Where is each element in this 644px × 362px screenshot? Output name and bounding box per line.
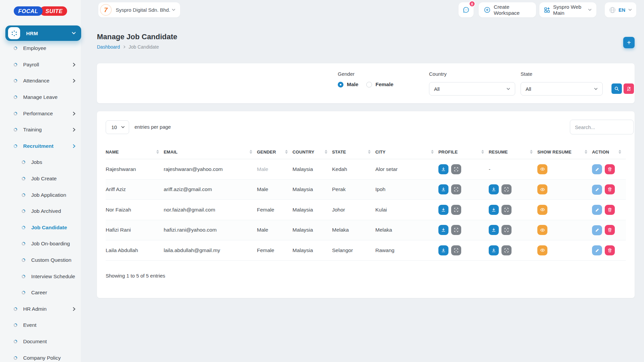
workspace-switcher[interactable]: Syspro Web Main [539, 2, 596, 17]
profile-preview-button[interactable] [451, 225, 461, 235]
sidebar-item-label: HR Admin [23, 306, 47, 312]
resume-empty: - [489, 166, 537, 172]
resume-download-button[interactable] [489, 245, 499, 255]
profile-download-button[interactable] [438, 184, 448, 194]
sidebar-item-employee[interactable]: Employee [0, 40, 81, 57]
profile-preview-button[interactable] [451, 245, 461, 255]
sidebar-item-job-archived[interactable]: Job Archived [0, 203, 81, 220]
page-size-select[interactable]: 10 [106, 120, 129, 134]
sort-icon[interactable] [431, 150, 434, 154]
delete-button[interactable] [605, 205, 615, 215]
sidebar-item-document[interactable]: Document [0, 334, 81, 350]
sidebar-item-payroll[interactable]: Payroll [0, 57, 81, 73]
sidebar-item-company-policy[interactable]: Company Policy [0, 350, 81, 362]
delete-button[interactable] [605, 184, 615, 194]
edit-button[interactable] [592, 245, 602, 255]
sort-icon[interactable] [325, 150, 327, 154]
candidate-name: Laila Abdullah [106, 247, 164, 253]
resume-download-button[interactable] [489, 184, 499, 194]
logo-focal: FOCAL [14, 6, 42, 16]
candidate-email: nor.faizah@gmail.com [164, 207, 257, 213]
state-select-value: All [526, 86, 531, 92]
table-row: Nor Faizah nor.faizah@gmail.com Female M… [106, 200, 626, 220]
delete-button[interactable] [605, 225, 615, 235]
sort-icon[interactable] [250, 150, 252, 154]
resume-preview-button[interactable] [501, 225, 512, 235]
show-resume-button[interactable] [537, 205, 547, 215]
show-resume-button[interactable] [537, 184, 547, 194]
sidebar-item-career[interactable]: Career [0, 285, 81, 301]
radio-female[interactable] [366, 82, 372, 87]
company-selector[interactable]: 7 Syspro Digital Sdn. Bhd. [98, 2, 180, 17]
candidate-email: laila.abdullah@gmail.my [164, 247, 257, 253]
show-resume-button[interactable] [537, 164, 547, 174]
delete-button[interactable] [605, 164, 615, 174]
sidebar-item-performance[interactable]: Performance [0, 105, 81, 122]
sort-icon[interactable] [530, 150, 533, 154]
sidebar-item-label: Job Create [31, 176, 57, 182]
edit-button[interactable] [592, 164, 602, 174]
table-search-input[interactable] [570, 120, 634, 134]
sidebar-item-interview-schedule[interactable]: Interview Schedule [0, 268, 81, 285]
sort-icon[interactable] [619, 150, 621, 154]
language-selector[interactable]: EN [605, 2, 636, 17]
profile-preview-button[interactable] [451, 184, 461, 194]
resume-download-button[interactable] [489, 205, 499, 215]
show-resume-button[interactable] [537, 245, 547, 255]
radio-male[interactable] [338, 82, 343, 87]
bullet-icon [13, 323, 17, 327]
sidebar-item-manage-leave[interactable]: Manage Leave [0, 89, 81, 106]
profile-download-button[interactable] [438, 205, 448, 215]
sort-icon[interactable] [285, 150, 288, 154]
resume-download-button[interactable] [489, 225, 499, 235]
show-resume-button[interactable] [537, 225, 547, 235]
sidebar-item-job-onboarding[interactable]: Job On-boarding [0, 236, 81, 252]
radio-male-label[interactable]: Male [347, 81, 358, 87]
country-select[interactable]: All [429, 82, 515, 96]
app-logo[interactable]: FOCAL SUITE [0, 6, 81, 16]
breadcrumb-current: Job Candidate [129, 44, 159, 50]
resume-preview-button[interactable] [501, 205, 512, 215]
sidebar-item-label: Performance [23, 111, 53, 117]
profile-download-button[interactable] [438, 225, 448, 235]
resume-preview-button[interactable] [501, 245, 512, 255]
state-select[interactable]: All [521, 82, 603, 96]
sort-icon[interactable] [585, 150, 587, 154]
sidebar-item-hr-admin[interactable]: HR Admin [0, 301, 81, 317]
clear-filter-button[interactable] [624, 83, 634, 94]
sidebar-item-event[interactable]: Event [0, 317, 81, 334]
sidebar-item-jobs[interactable]: Jobs [0, 154, 81, 171]
sort-icon[interactable] [368, 150, 371, 154]
edit-button[interactable] [592, 225, 602, 235]
module-switcher-hrm[interactable]: HRM [5, 25, 81, 41]
sidebar-item-job-candidate[interactable]: Job Candidate [0, 220, 81, 236]
sidebar-item-label: Manage Leave [23, 94, 58, 100]
sidebar-item-job-application[interactable]: Job Application [0, 187, 81, 203]
apply-filter-button[interactable] [611, 83, 622, 94]
breadcrumb-dashboard-link[interactable]: Dashboard [97, 44, 120, 50]
radio-female-label[interactable]: Female [375, 81, 393, 87]
profile-preview-button[interactable] [451, 164, 461, 174]
sort-icon[interactable] [481, 150, 484, 154]
profile-download-button[interactable] [438, 245, 448, 255]
create-workspace-button[interactable]: Create Workspace [479, 2, 536, 17]
delete-button[interactable] [605, 245, 615, 255]
sidebar-item-label: Job On-boarding [31, 241, 70, 247]
sort-icon[interactable] [156, 150, 159, 154]
sidebar-item-job-create[interactable]: Job Create [0, 171, 81, 187]
resume-preview-button[interactable] [501, 184, 512, 194]
profile-preview-button[interactable] [451, 205, 461, 215]
add-candidate-button[interactable]: + [623, 37, 635, 48]
sidebar-item-recruitment[interactable]: Recruitment [0, 138, 81, 155]
workspace-name: Syspro Web Main [553, 4, 585, 16]
sidebar-item-training[interactable]: Training [0, 122, 81, 138]
messages-button[interactable]: 0 [459, 2, 474, 17]
edit-button[interactable] [592, 185, 602, 195]
bullet-icon [21, 226, 25, 230]
table-footer-summary: Showing 1 to 5 of 5 entries [106, 273, 165, 279]
sidebar-item-custom-question[interactable]: Custom Question [0, 252, 81, 268]
sidebar-item-attendance[interactable]: Attendance [0, 73, 81, 89]
edit-button[interactable] [592, 205, 602, 215]
logo-suite: SUITE [40, 6, 67, 16]
profile-download-button[interactable] [438, 164, 448, 174]
